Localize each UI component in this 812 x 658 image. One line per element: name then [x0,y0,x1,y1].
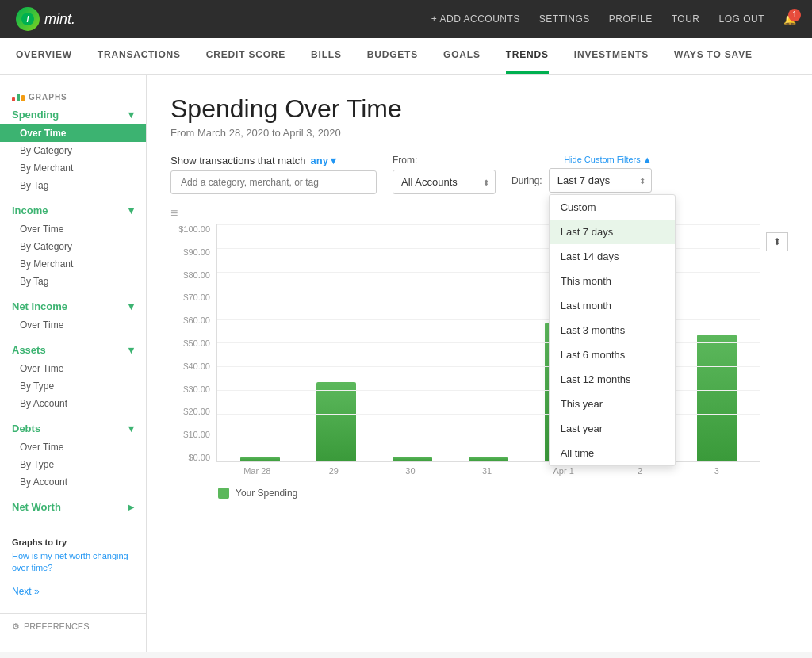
bar-group-mar28 [225,457,295,461]
sidebar-item-assets-over-time[interactable]: Over Time [0,360,146,377]
dropdown-option-last14days[interactable]: Last 14 days [550,244,675,269]
grid-line [217,272,760,273]
bar-group-apr3 [682,335,752,461]
sidebar-item-spending-by-merchant[interactable]: By Merchant [0,159,146,177]
layout: GRAPHS Spending ▾ Over Time By Category … [0,75,812,652]
sidebar-item-income-by-category[interactable]: By Category [0,238,146,255]
during-controls: During: Last 7 days Custom Last 7 days L… [511,168,652,193]
sidebar-category-income[interactable]: Income ▾ [0,201,146,220]
nav-investments[interactable]: INVESTMENTS [574,38,649,74]
from-select[interactable]: All Accounts [393,170,496,194]
chart-with-axis: $100.00 $90.00 $80.00 $70.00 $60.00 $50.… [170,224,788,476]
dropdown-option-last-year[interactable]: Last year [550,416,675,441]
grid-line [217,390,760,391]
grid-line [217,366,760,367]
sidebar-category-spending[interactable]: Spending ▾ [0,105,146,124]
graphs-next-link[interactable]: Next » [0,586,146,597]
logo-text: mint. [44,11,75,28]
sidebar-category-net-income[interactable]: Net Income ▾ [0,296,146,316]
sidebar-item-spending-by-tag[interactable]: By Tag [0,177,146,194]
grid-line [217,248,760,249]
legend-color-spending [218,488,229,499]
sidebar-item-spending-over-time[interactable]: Over Time [0,124,146,142]
x-label-29: 29 [299,466,370,476]
dropdown-option-all-time[interactable]: All time [550,441,675,465]
sidebar-section-graphs: GRAPHS [0,86,146,105]
dropdown-option-last7days[interactable]: Last 7 days [550,220,675,244]
dropdown-option-last12months[interactable]: Last 12 months [550,367,675,392]
settings-link[interactable]: SETTINGS [539,13,590,25]
chart-nav-button[interactable]: ⬍ [766,232,788,251]
main-content: Spending Over Time From March 28, 2020 t… [147,75,812,652]
nav-transactions[interactable]: TRANSACTIONS [98,38,181,74]
nav-trends[interactable]: TRENDS [506,38,549,74]
sidebar-item-spending-by-category[interactable]: By Category [0,142,146,159]
dropdown-option-custom[interactable]: Custom [550,195,675,220]
x-label-apr1: Apr 1 [528,466,599,476]
nav-overview[interactable]: OVERVIEW [16,38,72,74]
y-label-50: $50.00 [170,339,210,348]
match-any-button[interactable]: any ▾ [311,155,336,166]
profile-link[interactable]: PROFILE [609,13,653,25]
hide-filters-link[interactable]: Hide Custom Filters ▲ [564,155,652,164]
nav-ways-to-save[interactable]: WAYS TO SAVE [674,38,753,74]
dropdown-option-last6months[interactable]: Last 6 months [550,342,675,367]
chart-legend: Your Spending [170,488,788,499]
top-nav: + ADD ACCOUNTS SETTINGS PROFILE TOUR LOG… [431,13,796,25]
sidebar-item-debts-over-time[interactable]: Over Time [0,438,146,456]
sidebar-category-assets[interactable]: Assets ▾ [0,340,146,360]
nav-goals[interactable]: GOALS [443,38,481,74]
y-label-10: $10.00 [170,430,210,439]
x-label-3: 3 [681,466,752,476]
y-label-90: $90.00 [170,247,210,257]
sidebar-item-debts-by-type[interactable]: By Type [0,456,146,473]
add-accounts-link[interactable]: + ADD ACCOUNTS [431,13,520,25]
sidebar-item-income-by-merchant[interactable]: By Merchant [0,255,146,273]
logo-icon: i [16,7,40,31]
nav-credit-score[interactable]: CREDIT SCORE [206,38,285,74]
grid-line [217,224,760,225]
sidebar-item-net-income-over-time[interactable]: Over Time [0,316,146,334]
svg-text:i: i [27,15,29,24]
tour-link[interactable]: TOUR [672,13,700,25]
bar-group-31 [454,457,523,461]
nav-budgets[interactable]: BUDGETS [367,38,418,74]
during-header: Hide Custom Filters ▲ [511,155,652,164]
sidebar-item-assets-by-account[interactable]: By Account [0,395,146,412]
graphs-to-try-link[interactable]: How is my net worth changing over time? [12,550,134,575]
match-row: Show transactions that match any ▾ [170,155,377,166]
search-input[interactable] [170,170,377,194]
preferences-bar[interactable]: ⚙ PREFERENCES [0,613,146,640]
gear-icon: ⚙ [12,622,20,632]
y-label-80: $80.00 [170,270,210,280]
from-select-wrapper: All Accounts [393,170,496,194]
bar-group-30 [377,457,447,461]
sidebar-item-income-over-time[interactable]: Over Time [0,220,146,238]
during-select[interactable]: Last 7 days [549,168,652,193]
bars-container [216,224,760,462]
dropdown-option-this-month[interactable]: This month [550,269,675,293]
grid-line [217,342,760,343]
dropdown-option-this-year[interactable]: This year [550,392,675,416]
dropdown-option-last3months[interactable]: Last 3 months [550,318,675,342]
bar-30 [393,457,432,461]
sort-icon: ≡ [170,206,788,220]
sidebar-item-income-by-tag[interactable]: By Tag [0,273,146,290]
x-label-31: 31 [452,466,523,476]
sidebar-item-debts-by-account[interactable]: By Account [0,473,146,491]
chart-area: ≡ $100.00 $90.00 $80.00 $70.00 $60.00 $5… [170,206,788,499]
x-axis: Mar 28 29 30 31 Apr 1 2 3 [214,462,760,476]
logout-link[interactable]: LOG OUT [718,13,764,25]
nav-bills[interactable]: BILLS [311,38,342,74]
sidebar-item-assets-by-type[interactable]: By Type [0,377,146,395]
sidebar: GRAPHS Spending ▾ Over Time By Category … [0,75,147,652]
y-label-70: $70.00 [170,293,210,302]
bar-mar28 [240,457,280,461]
sidebar-category-net-worth[interactable]: Net Worth ▸ [0,497,146,517]
y-label-30: $30.00 [170,384,210,394]
grid-line [217,296,760,296]
dropdown-option-last-month[interactable]: Last month [550,293,675,318]
graphs-icon [12,94,25,101]
sidebar-category-debts[interactable]: Debts ▾ [0,419,146,438]
notifications-bell[interactable]: 🔔 1 [783,13,796,25]
